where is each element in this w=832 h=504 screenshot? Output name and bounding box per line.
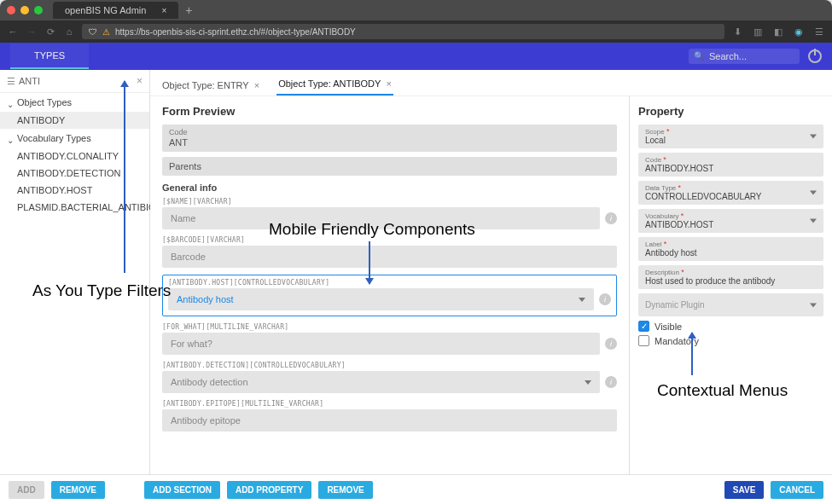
tab-antibody[interactable]: Object Type: ANTIBODY× — [276, 75, 393, 96]
tree-item-detection[interactable]: ANTIBODY.DETECTION — [0, 165, 149, 182]
meta-host: [ANTIBODY.HOST][CONTROLLEDVOCABULARY] — [168, 279, 611, 287]
mandatory-checkbox-row[interactable]: Mandatory — [638, 335, 823, 346]
footer-toolbar: ADD REMOVE ADD SECTION ADD PROPERTY REMO… — [0, 474, 832, 504]
tree-category-vocab-types[interactable]: Vocabulary Types — [0, 129, 149, 148]
checkbox-unchecked-icon[interactable] — [638, 335, 649, 346]
download-icon[interactable]: ⬇ — [731, 26, 743, 38]
lock-icon: ⚠ — [102, 27, 110, 37]
barcode-input[interactable]: Barcode — [162, 246, 617, 268]
checkbox-checked-icon[interactable]: ✓ — [638, 321, 649, 332]
add-property-button[interactable]: ADD PROPERTY — [227, 481, 311, 499]
antibody-host-select[interactable]: Antibody host — [168, 288, 594, 310]
property-panel: Property Scope *Local Code *ANTIBODY.HOS… — [629, 96, 832, 474]
parents-field: Parents — [162, 157, 617, 176]
close-icon[interactable]: × — [386, 78, 391, 89]
remove-property-button[interactable]: REMOVE — [318, 481, 372, 499]
meta-forwhat: [FOR_WHAT][MULTILINE_VARCHAR] — [162, 323, 617, 331]
content-tabs: Object Type: ENTRY× Object Type: ANTIBOD… — [150, 70, 832, 96]
chevron-down-icon — [810, 303, 817, 307]
os-titlebar: openBIS NG Admin × + — [0, 0, 832, 20]
tree-item-clonality[interactable]: ANTIBODY.CLONALITY — [0, 148, 149, 165]
remove-button[interactable]: REMOVE — [51, 481, 105, 499]
description-field[interactable]: Description *Host used to produce the an… — [638, 265, 823, 289]
close-tab-icon[interactable]: × — [161, 6, 166, 15]
account-icon[interactable]: ◉ — [793, 26, 805, 38]
reload-icon[interactable]: ⟳ — [44, 26, 56, 38]
save-button[interactable]: SAVE — [724, 481, 765, 499]
library-icon[interactable]: ▥ — [752, 26, 764, 38]
datatype-field[interactable]: Data Type *CONTROLLEDVOCABULARY — [638, 181, 823, 205]
code-field: Code ANT — [162, 125, 617, 152]
menu-icon[interactable]: ☰ — [813, 26, 825, 38]
tree-item-host[interactable]: ANTIBODY.HOST — [0, 182, 149, 199]
forward-icon[interactable]: → — [26, 26, 38, 38]
global-search-input[interactable]: Search... — [689, 49, 800, 64]
tab-entry[interactable]: Object Type: ENTRY× — [160, 77, 261, 96]
info-icon[interactable]: i — [605, 376, 617, 388]
tree-item-antibody[interactable]: ANTIBODY — [0, 112, 149, 129]
name-input[interactable]: Name — [162, 207, 600, 229]
chevron-down-icon — [7, 135, 14, 142]
sidebar-icon[interactable]: ◧ — [772, 26, 784, 38]
browser-tab-title: openBIS NG Admin — [65, 5, 146, 15]
sidebar: ☰ × Object Types ANTIBODY Vocabulary Typ… — [0, 70, 150, 474]
close-window-icon[interactable] — [7, 6, 15, 14]
dynamic-plugin-field[interactable]: Dynamic Plugin — [638, 293, 823, 316]
form-preview-panel: Form Preview Code ANT Parents General in… — [150, 96, 629, 474]
tree-item-plasmid[interactable]: PLASMID.BACTERIAL_ANTIBIOTIC_ — [0, 199, 149, 216]
info-icon[interactable]: i — [605, 338, 617, 350]
add-button[interactable]: ADD — [9, 481, 44, 499]
browser-tab[interactable]: openBIS NG Admin × — [53, 2, 178, 19]
forwhat-input[interactable]: For what? — [162, 333, 600, 355]
types-tab[interactable]: TYPES — [10, 43, 89, 69]
tree-category-object-types[interactable]: Object Types — [0, 93, 149, 112]
logout-icon[interactable] — [808, 49, 822, 63]
form-preview-title: Form Preview — [162, 105, 617, 118]
add-section-button[interactable]: ADD SECTION — [144, 481, 220, 499]
chevron-down-icon — [585, 380, 591, 385]
close-icon[interactable]: × — [254, 80, 259, 90]
chevron-down-icon — [810, 135, 817, 139]
shield-icon: 🛡 — [89, 27, 97, 37]
meta-name: [$NAME][VARCHAR] — [162, 198, 617, 206]
prop-code-field[interactable]: Code *ANTIBODY.HOST — [638, 153, 823, 177]
home-icon[interactable]: ⌂ — [63, 26, 75, 38]
window-controls[interactable] — [7, 6, 43, 14]
info-icon[interactable]: i — [605, 212, 617, 224]
clear-filter-icon[interactable]: × — [137, 75, 143, 87]
info-icon[interactable]: i — [599, 293, 611, 305]
url-text: https://bs-openbis-sis-ci-sprint.ethz.ch… — [115, 27, 356, 37]
label-field[interactable]: Label *Antibody host — [638, 237, 823, 261]
scope-field[interactable]: Scope *Local — [638, 125, 823, 148]
chevron-down-icon — [810, 191, 817, 195]
visible-checkbox-row[interactable]: ✓Visible — [638, 321, 823, 332]
meta-detection: [ANTIBODY.DETECTION][CONTROLLEDVOCABULAR… — [162, 362, 617, 369]
maximize-window-icon[interactable] — [34, 6, 43, 14]
url-bar[interactable]: 🛡 ⚠ https://bs-openbis-sis-ci-sprint.eth… — [82, 24, 724, 39]
filter-icon: ☰ — [7, 76, 15, 87]
meta-epitope: [ANTIBODY.EPITOPE][MULTILINE_VARCHAR] — [162, 400, 617, 408]
chevron-down-icon — [810, 219, 817, 223]
vocabulary-field[interactable]: Vocabulary *ANTIBODY.HOST — [638, 209, 823, 233]
app-topbar: TYPES Search... — [0, 43, 832, 70]
sidebar-filter-input[interactable] — [19, 76, 137, 86]
epitope-input[interactable]: Antibody epitope — [162, 409, 617, 432]
meta-barcode: [$BARCODE][VARCHAR] — [162, 236, 617, 244]
chevron-down-icon — [579, 298, 585, 302]
back-icon[interactable]: ← — [7, 26, 19, 38]
detection-select[interactable]: Antibody detection — [162, 371, 600, 393]
property-title: Property — [638, 105, 823, 118]
browser-navbar: ← → ⟳ ⌂ 🛡 ⚠ https://bs-openbis-sis-ci-sp… — [0, 20, 832, 43]
chevron-down-icon — [7, 99, 14, 106]
new-tab-icon[interactable]: + — [185, 3, 192, 17]
minimize-window-icon[interactable] — [20, 6, 29, 14]
section-general-info: General info — [162, 182, 617, 193]
cancel-button[interactable]: CANCEL — [771, 481, 823, 499]
